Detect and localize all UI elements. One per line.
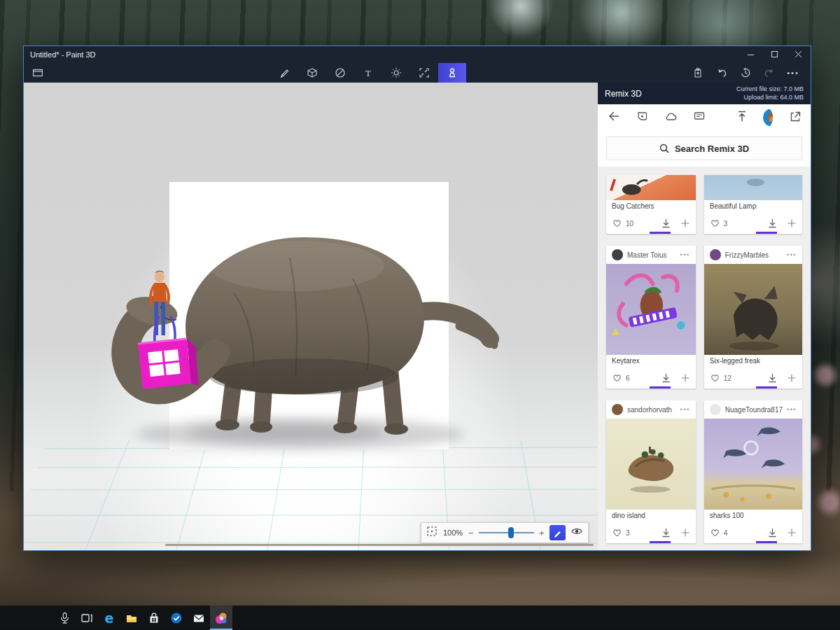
remix-3d-panel: Remix 3D Current file size: 7.0 MB Uploa… (598, 83, 811, 550)
like-button[interactable]: 4 (710, 528, 728, 537)
taskbar-microphone[interactable] (53, 606, 76, 630)
profile-avatar[interactable] (763, 108, 773, 127)
zoom-in-button[interactable]: + (539, 528, 545, 538)
paste-icon (692, 66, 704, 79)
expand-menu-button[interactable] (33, 63, 43, 83)
history-button[interactable] (734, 63, 757, 83)
sticker-icon (334, 66, 346, 79)
card-title: Six-legged freak (704, 355, 802, 369)
card-more-button[interactable]: ••• (680, 251, 690, 258)
download-icon[interactable] (662, 373, 671, 383)
remix-cloud-button[interactable] (664, 111, 678, 125)
back-button[interactable] (608, 111, 620, 125)
download-icon[interactable] (768, 528, 777, 538)
taskbar-file-explorer[interactable] (120, 606, 143, 630)
card-more-button[interactable]: ••• (787, 406, 797, 413)
download-icon[interactable] (768, 218, 777, 228)
card-thumbnail[interactable] (704, 419, 802, 510)
download-icon[interactable] (662, 528, 671, 538)
card-author-row: NuageToundra817 ••• (704, 400, 802, 419)
close-button[interactable] (787, 46, 811, 63)
add-to-scene-icon[interactable] (788, 528, 796, 537)
author-avatar (710, 404, 721, 415)
redo-button[interactable] (757, 63, 781, 83)
tool-canvas[interactable] (410, 63, 438, 83)
card-title: Keytarex (606, 355, 696, 369)
add-to-scene-icon[interactable] (681, 528, 690, 537)
view-eye-button[interactable] (570, 526, 583, 539)
author-name: NuageToundra817 (725, 406, 783, 414)
card-more-button[interactable]: ••• (680, 406, 690, 413)
tool-effects[interactable] (382, 63, 410, 83)
zoom-slider-thumb[interactable] (508, 527, 514, 538)
file-size-info: Current file size: 7.0 MB Upload limit: … (736, 85, 804, 102)
zoom-slider[interactable] (479, 527, 534, 538)
add-to-scene-icon[interactable] (681, 219, 690, 227)
card-thumbnail[interactable] (704, 264, 802, 355)
title-bar[interactable]: Untitled* - Paint 3D (24, 46, 811, 63)
download-icon[interactable] (662, 218, 671, 228)
svg-text:T: T (365, 68, 371, 78)
redo-icon (763, 66, 776, 79)
maximize-button[interactable] (763, 46, 787, 63)
taskbar-task-view[interactable] (76, 606, 98, 630)
text-icon: T (362, 66, 374, 79)
taskbar-edge[interactable]: e (98, 606, 120, 630)
card-more-button[interactable]: ••• (787, 251, 797, 258)
add-to-scene-icon[interactable] (788, 374, 796, 382)
open-external-button[interactable] (788, 110, 801, 125)
remix-card-grid: Bug Catchers 10 (598, 167, 811, 550)
download-icon[interactable] (768, 373, 777, 383)
upload-arrow-icon (736, 110, 748, 122)
search-remix-input[interactable]: Search Remix 3D (606, 136, 802, 160)
minimize-button[interactable] (739, 46, 763, 63)
dinosaur-model[interactable] (24, 83, 598, 550)
like-button[interactable]: 3 (710, 219, 728, 227)
more-menu-button[interactable]: ••• (781, 63, 805, 83)
pen-mode-button[interactable] (550, 525, 566, 540)
heart-icon (710, 374, 720, 382)
card-thumbnail[interactable] (606, 419, 696, 510)
author-avatar (710, 249, 721, 260)
like-button[interactable]: 10 (612, 219, 634, 227)
tool-remix-3d[interactable] (438, 63, 466, 83)
like-button[interactable]: 6 (612, 374, 630, 382)
feedback-button[interactable] (693, 111, 706, 125)
taskbar-sync-app[interactable] (165, 606, 188, 630)
like-count: 3 (724, 220, 728, 227)
card-author-row: sandorhorvath ••• (606, 400, 696, 419)
author-name: Master Toius (627, 251, 667, 259)
tool-brush[interactable] (270, 63, 298, 83)
like-count: 6 (626, 374, 630, 382)
taskbar-paint-3d[interactable] (210, 606, 232, 630)
window-title: Untitled* - Paint 3D (30, 50, 96, 59)
fit-to-view-button[interactable] (426, 526, 438, 540)
back-arrow-icon (608, 111, 620, 122)
heart-icon (612, 374, 622, 382)
boards-button[interactable] (636, 110, 648, 125)
tool-text[interactable]: T (354, 63, 382, 83)
taskbar-mail[interactable] (188, 606, 210, 630)
horizontal-scrollbar[interactable] (165, 544, 594, 546)
history-clock-icon (739, 66, 752, 79)
like-button[interactable]: 3 (612, 528, 630, 537)
card-thumbnail[interactable] (606, 175, 696, 200)
undo-button[interactable] (710, 63, 734, 83)
card-bug-catchers: Bug Catchers 10 (606, 175, 696, 234)
add-to-scene-icon[interactable] (788, 219, 796, 227)
paste-button[interactable] (686, 63, 710, 83)
card-thumbnail[interactable] (704, 175, 802, 200)
card-thumbnail[interactable] (606, 264, 696, 355)
like-button[interactable]: 12 (710, 374, 732, 382)
taskbar-store[interactable] (143, 606, 165, 630)
add-to-scene-icon[interactable] (681, 374, 690, 382)
edge-icon: e (105, 610, 114, 626)
tool-stickers[interactable] (326, 63, 354, 83)
panel-title: Remix 3D (605, 89, 642, 99)
upload-button[interactable] (736, 110, 748, 125)
sync-check-icon (169, 611, 183, 625)
zoom-out-button[interactable]: − (468, 528, 474, 538)
tool-3d-shapes[interactable] (298, 63, 326, 83)
search-label: Search Remix 3D (675, 144, 749, 154)
card-author-row: Master Toius ••• (606, 246, 696, 264)
